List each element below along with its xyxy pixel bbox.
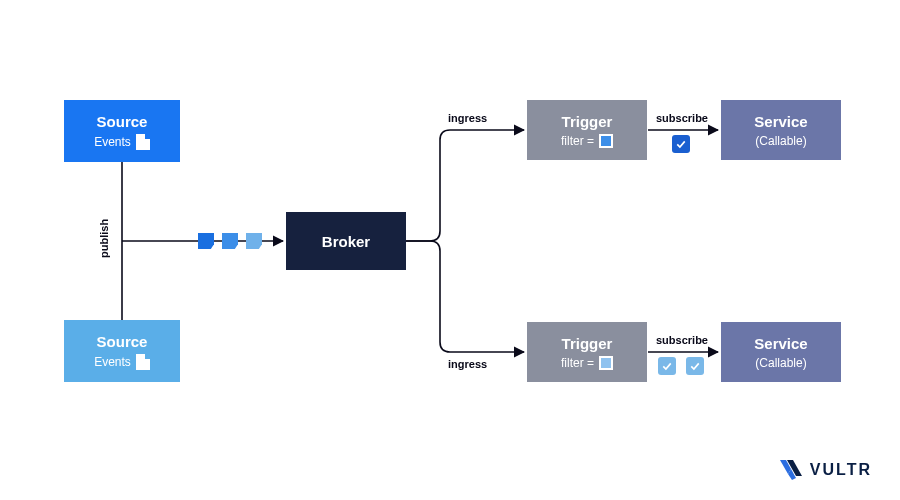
vultr-logo-text: VULTR (810, 461, 872, 479)
source-2-node: Source Events (64, 320, 180, 382)
source-1-sub: Events (94, 134, 150, 150)
check-icon (672, 135, 690, 153)
trigger-1-title: Trigger (562, 113, 613, 130)
source-1-sub-text: Events (94, 135, 131, 149)
vultr-logo: VULTR (780, 460, 872, 480)
publish-label: publish (98, 219, 110, 258)
source-2-title: Source (97, 333, 148, 350)
trigger-2-filter-text: filter = (561, 356, 594, 370)
service-1-node: Service (Callable) (721, 100, 841, 160)
service-2-sub: (Callable) (755, 356, 806, 370)
service-1-title: Service (754, 113, 807, 130)
service-1-sub: (Callable) (755, 134, 806, 148)
check-icon (686, 357, 704, 375)
source-2-sub: Events (94, 354, 150, 370)
trigger-1-filter-text: filter = (561, 134, 594, 148)
filter-swatch-icon (599, 356, 613, 370)
source-2-sub-text: Events (94, 355, 131, 369)
ingress-2-label: ingress (448, 358, 487, 370)
source-1-title: Source (97, 113, 148, 130)
trigger-2-filter: filter = (561, 356, 613, 370)
service-2-node: Service (Callable) (721, 322, 841, 382)
event-packet-icon (246, 233, 262, 249)
broker-title: Broker (322, 233, 370, 250)
trigger-2-node: Trigger filter = (527, 322, 647, 382)
trigger-1-node: Trigger filter = (527, 100, 647, 160)
filter-swatch-icon (599, 134, 613, 148)
trigger-1-filter: filter = (561, 134, 613, 148)
event-packet-icon (222, 233, 238, 249)
subscribe-1-label: subscribe (656, 112, 708, 124)
subscribe-2-label: subscribe (656, 334, 708, 346)
connectors (0, 0, 900, 500)
event-packet-icon (198, 233, 214, 249)
check-icon (658, 357, 676, 375)
document-icon (136, 354, 150, 370)
source-1-node: Source Events (64, 100, 180, 162)
vultr-logo-icon (780, 460, 802, 480)
ingress-1-label: ingress (448, 112, 487, 124)
trigger-2-title: Trigger (562, 335, 613, 352)
document-icon (136, 134, 150, 150)
service-2-title: Service (754, 335, 807, 352)
broker-node: Broker (286, 212, 406, 270)
